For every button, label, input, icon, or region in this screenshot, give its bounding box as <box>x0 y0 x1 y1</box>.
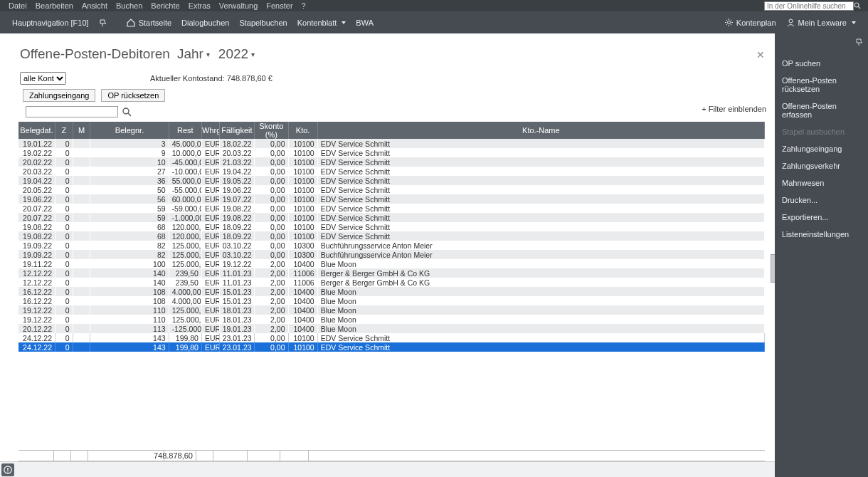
kontenblatt-dropdown[interactable]: Kontenblatt <box>292 19 351 27</box>
table-row[interactable]: 19.11.220100125.000,00EUR19.12.222,00104… <box>18 259 765 268</box>
table-row[interactable]: 19.04.2203655.000,00EUR19.05.220,0010100… <box>18 176 765 185</box>
col-header[interactable]: Kto. <box>288 122 317 139</box>
svg-point-2 <box>727 21 730 24</box>
table-row[interactable]: 20.03.22027-10.000,00EUR19.04.220,001010… <box>18 167 765 176</box>
right-panel-item[interactable]: Zahlungseingang <box>775 140 868 157</box>
right-panel: OP suchenOffenen-Posten rücksetzenOffene… <box>775 33 868 477</box>
hauptnavigation-button[interactable]: Hauptnavigation [F10] <box>7 19 94 27</box>
help-search-button[interactable] <box>854 2 864 9</box>
gear-icon <box>724 18 734 27</box>
menu-fenster[interactable]: Fenster <box>262 1 297 10</box>
table-row[interactable]: 19.08.22068120.000,00EUR18.09.220,001010… <box>18 231 765 241</box>
pin-icon[interactable] <box>94 19 112 27</box>
table-row[interactable]: 12.12.220140239,50EUR11.01.232,0011006Be… <box>18 268 765 278</box>
year-label: Jahr <box>177 46 203 62</box>
table-row[interactable]: 19.02.220910.000,00EUR20.03.220,0010100E… <box>18 148 765 157</box>
table-row[interactable]: 19.09.22082125.000,00EUR03.10.220,001030… <box>18 241 765 250</box>
status-alert-icon[interactable] <box>1 463 14 476</box>
menu-bearbeiten[interactable]: Bearbeiten <box>31 1 78 10</box>
table-row[interactable]: 12.12.220140239,50EUR11.01.232,0011006Be… <box>18 278 765 287</box>
sum-row: 748.878,60 <box>18 450 765 461</box>
close-button[interactable]: ✕ <box>756 49 765 61</box>
col-header[interactable]: Rest <box>169 122 201 139</box>
menu-verwaltung[interactable]: Verwaltung <box>215 1 262 10</box>
svg-point-4 <box>123 108 129 114</box>
table-row[interactable]: 20.07.22059-1.000,00EUR19.08.220,0010100… <box>18 213 765 222</box>
search-icon <box>854 2 861 9</box>
col-header[interactable]: M <box>73 122 90 139</box>
page-header: Offene-Posten-Debitoren Jahr ▾ 2022 ▾ ✕ <box>0 33 775 70</box>
right-panel-item[interactable]: Mahnwesen <box>775 174 868 192</box>
menu-ansicht[interactable]: Ansicht <box>78 1 112 10</box>
svg-point-3 <box>789 19 793 23</box>
table-row[interactable]: 20.07.22059-59.000,00EUR19.08.220,001010… <box>18 204 765 213</box>
table-row[interactable]: 16.12.2201084.000,00EUR15.01.232,0010400… <box>18 296 765 305</box>
pin-panel-icon[interactable] <box>855 38 864 46</box>
table-row[interactable]: 16.12.2201084.000,00EUR15.01.232,0010400… <box>18 287 765 296</box>
table-row[interactable]: 24.12.220143199,80EUR23.01.230,0010100ED… <box>18 342 765 352</box>
table-search-button[interactable] <box>122 108 132 117</box>
year-dropdown-icon[interactable]: ▾ <box>206 51 210 58</box>
zahlungseingang-button[interactable]: Zahlungseingang <box>23 89 95 102</box>
filter-toggle[interactable]: + Filter einblenden <box>702 105 766 113</box>
right-panel-item[interactable]: Exportieren... <box>775 209 868 226</box>
table-row[interactable]: 19.09.22082125.000,00EUR03.10.220,001030… <box>18 250 765 259</box>
stapelbuchen-button[interactable]: Stapelbuchen <box>234 19 292 27</box>
table-row[interactable]: 19.12.220110125.000,00EUR18.01.232,00104… <box>18 305 765 315</box>
svg-line-5 <box>128 113 131 116</box>
table-row[interactable]: 19.01.220345.000,00EUR18.02.220,0010100E… <box>18 139 765 148</box>
kontenplan-button[interactable]: Kontenplan <box>719 18 781 27</box>
col-header[interactable]: Kto.-Name <box>317 122 764 139</box>
right-panel-item: Stapel ausbuchen <box>775 123 868 140</box>
svg-point-8 <box>7 471 9 473</box>
right-panel-item[interactable]: Listeneinstellungen <box>775 226 868 243</box>
mein-lexware-dropdown[interactable]: Mein Lexware <box>781 18 861 27</box>
right-panel-item[interactable]: Offenen-Posten rücksetzen <box>775 72 868 98</box>
year-value-dropdown-icon[interactable]: ▾ <box>251 51 255 58</box>
right-panel-item[interactable]: OP suchen <box>775 55 868 72</box>
search-icon <box>122 108 132 117</box>
op-ruecksetzen-button[interactable]: OP rücksetzen <box>101 89 165 102</box>
dialogbuchen-button[interactable]: Dialogbuchen <box>176 19 234 27</box>
right-panel-item[interactable]: Drucken... <box>775 192 868 209</box>
menu-help[interactable]: ? <box>297 1 310 10</box>
table-row[interactable]: 20.02.22010-45.000,00EUR21.03.220,001010… <box>18 157 765 167</box>
col-header[interactable]: Fälligkeit <box>219 122 254 139</box>
right-panel-item[interactable]: Zahlungsverkehr <box>775 157 868 174</box>
table-row[interactable]: 20.05.22050-55.000,00EUR19.06.220,001010… <box>18 185 765 194</box>
table-search-input[interactable] <box>26 106 118 117</box>
status-bar <box>0 461 775 477</box>
year-value[interactable]: 2022 <box>218 46 248 62</box>
help-search-input[interactable] <box>764 1 854 11</box>
user-icon <box>786 18 795 27</box>
col-header[interactable]: Belegdat. <box>18 122 55 139</box>
toolbar: Hauptnavigation [F10] Startseite Dialogb… <box>0 11 868 33</box>
menu-datei[interactable]: Datei <box>4 1 31 10</box>
table-row[interactable]: 19.12.220110125.000,00EUR18.01.232,00104… <box>18 315 765 324</box>
sum-total: 748.878,60 <box>164 451 196 461</box>
startseite-button[interactable]: Startseite <box>121 18 176 28</box>
table-row[interactable]: 20.12.220113-125.000,00EUR19.01.232,0010… <box>18 324 765 333</box>
open-items-table[interactable]: Belegdat.ZMBelegnr.RestWhrgFälligkeitSko… <box>18 122 765 352</box>
table-row[interactable]: 24.12.220143199,80EUR23.01.230,0010100ED… <box>18 333 765 342</box>
table-row[interactable]: 19.06.2205660.000,00EUR19.07.220,0010100… <box>18 194 765 204</box>
balance-label: Aktueller Kontostand: 748.878,60 € <box>150 74 272 83</box>
col-header[interactable]: Z <box>55 122 73 139</box>
col-header[interactable]: Whrg <box>201 122 219 139</box>
bwa-button[interactable]: BWA <box>351 19 379 27</box>
account-filter-dropdown[interactable]: alle Konten <box>20 72 66 85</box>
col-header[interactable]: Skonto (%) <box>255 122 288 139</box>
page-title: Offene-Posten-Debitoren <box>20 46 170 62</box>
menu-buchen[interactable]: Buchen <box>112 1 147 10</box>
col-header[interactable]: Belegnr. <box>90 122 169 139</box>
menubar: Datei Bearbeiten Ansicht Buchen Berichte… <box>0 0 868 11</box>
menu-berichte[interactable]: Berichte <box>147 1 184 10</box>
menu-extras[interactable]: Extras <box>184 1 215 10</box>
svg-point-0 <box>854 3 859 7</box>
svg-line-1 <box>858 6 860 9</box>
table-row[interactable]: 19.08.22068120.000,00EUR18.09.220,001010… <box>18 222 765 231</box>
right-panel-item[interactable]: Offenen-Posten erfassen <box>775 98 868 123</box>
home-icon <box>126 18 136 28</box>
